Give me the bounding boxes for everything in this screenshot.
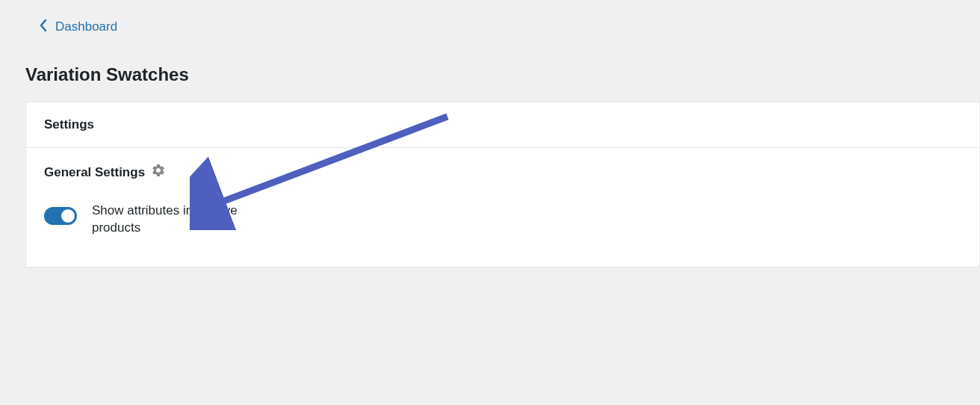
card-header-title: Settings — [44, 117, 961, 132]
settings-card: Settings General Settings Show attribute… — [25, 102, 980, 268]
page-container: Dashboard Variation Swatches Settings Ge… — [0, 0, 980, 268]
toggle-knob — [61, 209, 75, 223]
gear-icon — [151, 163, 166, 182]
breadcrumb[interactable]: Dashboard — [39, 18, 980, 36]
chevron-left-icon — [39, 18, 48, 36]
page-title: Variation Swatches — [25, 64, 980, 85]
breadcrumb-label[interactable]: Dashboard — [55, 19, 117, 34]
toggle-show-attributes[interactable] — [44, 207, 77, 225]
setting-label-show-attributes: Show attributes in archive products — [92, 202, 256, 237]
section-title-text: General Settings — [44, 165, 145, 180]
section-title: General Settings — [44, 163, 961, 182]
card-body: General Settings Show attributes in arch… — [26, 148, 979, 267]
card-header: Settings — [26, 102, 979, 148]
setting-row-show-attributes: Show attributes in archive products — [44, 202, 961, 237]
